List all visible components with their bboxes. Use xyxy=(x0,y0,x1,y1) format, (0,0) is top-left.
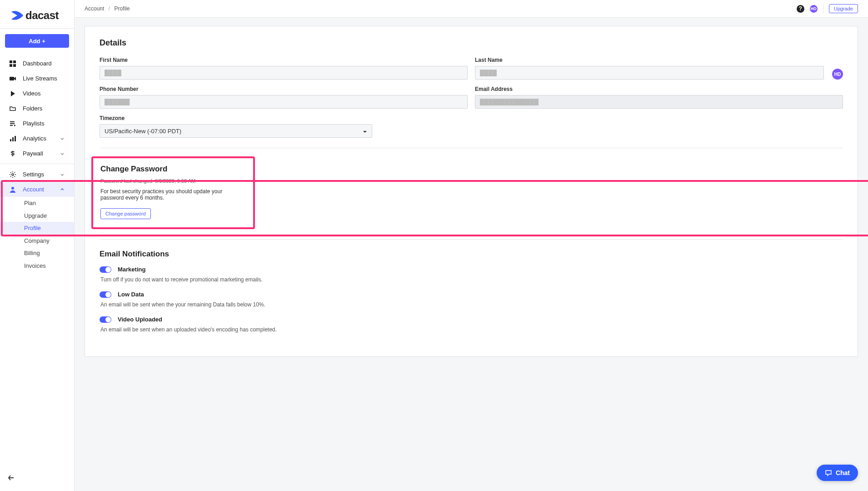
nav-separator xyxy=(0,164,74,164)
toggle-label: Low Data xyxy=(118,291,144,298)
sidebar-subitem-company[interactable]: Company xyxy=(0,235,74,247)
content: Details First Name Last Name HD xyxy=(75,18,868,491)
svg-rect-5 xyxy=(10,121,15,122)
sidebar-item-folders[interactable]: Folders xyxy=(0,101,74,116)
last-name-input[interactable] xyxy=(475,66,824,80)
password-hint: For best security practices you should u… xyxy=(100,188,246,201)
timezone-select[interactable]: US/Pacific-New (-07:00 PDT) xyxy=(100,124,372,138)
timezone-label: Timezone xyxy=(100,115,372,121)
password-last-changed: Password last changed: 8/6/2020, 9:50 AM xyxy=(100,178,246,184)
svg-rect-3 xyxy=(13,64,16,67)
avatar[interactable]: HD xyxy=(810,5,818,13)
toggle-label: Marketing xyxy=(118,266,145,273)
playlist-icon xyxy=(9,120,16,127)
logo[interactable]: dacast xyxy=(0,0,74,29)
sidebar-item-playlists[interactable]: Playlists xyxy=(0,116,74,131)
help-icon[interactable]: ? xyxy=(797,5,804,13)
logo-mark-icon xyxy=(11,10,24,21)
phone-input[interactable] xyxy=(100,95,468,109)
analytics-icon xyxy=(9,135,16,142)
sidebar: dacast Add + Dashboard Live Streams Vide… xyxy=(0,0,75,491)
sidebar-item-label: Settings xyxy=(23,171,44,178)
chat-icon xyxy=(825,469,832,476)
sidebar-item-settings[interactable]: Settings xyxy=(0,167,74,182)
change-password-button[interactable]: Change password xyxy=(100,208,151,219)
chevron-down-icon xyxy=(60,172,65,177)
toggle-low-data[interactable] xyxy=(100,291,111,298)
svg-point-11 xyxy=(12,174,14,175)
avatar[interactable]: HD xyxy=(832,69,843,80)
sidebar-subitem-invoices[interactable]: Invoices xyxy=(0,260,74,272)
last-name-label: Last Name xyxy=(475,57,824,63)
section-divider xyxy=(100,148,843,148)
svg-rect-1 xyxy=(13,60,16,63)
topbar-divider xyxy=(823,4,823,13)
chevron-up-icon xyxy=(60,187,65,192)
email-input xyxy=(475,95,843,109)
toggle-description: An email will be sent when the your rema… xyxy=(100,301,843,308)
dashboard-icon xyxy=(9,60,16,67)
gear-icon xyxy=(9,171,16,178)
sidebar-item-dashboard[interactable]: Dashboard xyxy=(0,56,74,71)
notifications-heading: Email Notifications xyxy=(100,250,843,259)
add-button[interactable]: Add + xyxy=(5,34,69,48)
phone-label: Phone Number xyxy=(100,86,468,92)
arrow-left-icon xyxy=(7,476,15,483)
toggle-label: Video Uploaded xyxy=(118,316,162,323)
breadcrumb: Account / Profile xyxy=(85,5,130,12)
svg-rect-2 xyxy=(10,64,12,67)
section-divider xyxy=(100,239,843,240)
sidebar-item-label: Analytics xyxy=(23,135,46,142)
breadcrumb-root[interactable]: Account xyxy=(85,5,104,12)
chevron-down-icon xyxy=(60,151,65,156)
svg-rect-4 xyxy=(10,77,14,80)
toggle-video-uploaded[interactable] xyxy=(100,316,111,323)
sidebar-item-paywall[interactable]: Paywall xyxy=(0,146,74,161)
upgrade-button[interactable]: Upgrade xyxy=(829,4,858,13)
first-name-input[interactable] xyxy=(100,66,468,80)
person-icon xyxy=(9,186,16,193)
change-password-heading: Change Password xyxy=(100,165,246,174)
svg-rect-0 xyxy=(10,60,12,63)
chevron-down-icon xyxy=(60,136,65,141)
toggle-marketing[interactable] xyxy=(100,266,111,273)
folder-icon xyxy=(9,105,16,112)
sidebar-item-label: Folders xyxy=(23,105,42,112)
email-label: Email Address xyxy=(475,86,843,92)
chat-button[interactable]: Chat xyxy=(817,465,858,481)
svg-rect-7 xyxy=(10,125,13,126)
logo-text: dacast xyxy=(25,9,59,22)
svg-rect-8 xyxy=(10,139,11,141)
sidebar-subitem-upgrade[interactable]: Upgrade xyxy=(0,210,74,222)
svg-rect-9 xyxy=(12,137,14,141)
sidebar-item-label: Dashboard xyxy=(23,60,52,67)
dollar-icon xyxy=(9,150,16,157)
sidebar-subitem-plan[interactable]: Plan xyxy=(0,197,74,210)
caret-down-icon xyxy=(363,129,367,133)
video-icon xyxy=(9,75,16,82)
chat-label: Chat xyxy=(836,469,850,476)
topbar: Account / Profile ? HD Upgrade xyxy=(75,0,868,18)
timezone-value: US/Pacific-New (-07:00 PDT) xyxy=(105,128,181,135)
first-name-label: First Name xyxy=(100,57,468,63)
svg-rect-6 xyxy=(10,123,15,124)
sidebar-item-label: Playlists xyxy=(23,120,45,127)
svg-rect-10 xyxy=(15,136,16,141)
toggle-description: Turn off if you do not want to receive p… xyxy=(100,276,843,283)
sidebar-item-live-streams[interactable]: Live Streams xyxy=(0,71,74,86)
breadcrumb-separator: / xyxy=(109,5,110,12)
main: Account / Profile ? HD Upgrade Details F… xyxy=(75,0,868,491)
breadcrumb-leaf: Profile xyxy=(114,5,130,12)
sidebar-item-label: Account xyxy=(23,186,44,193)
sidebar-item-account[interactable]: Account xyxy=(0,182,74,197)
sidebar-item-analytics[interactable]: Analytics xyxy=(0,131,74,146)
sidebar-item-videos[interactable]: Videos xyxy=(0,86,74,101)
sidebar-item-label: Live Streams xyxy=(23,75,57,82)
collapse-sidebar-button[interactable] xyxy=(0,466,74,491)
sidebar-subitem-profile[interactable]: Profile xyxy=(0,222,74,235)
sidebar-subitem-billing[interactable]: Billing xyxy=(0,247,74,260)
details-heading: Details xyxy=(100,38,843,48)
sidebar-item-label: Videos xyxy=(23,90,41,97)
change-password-section: Change Password Password last changed: 8… xyxy=(91,156,255,229)
sidebar-item-label: Paywall xyxy=(23,150,43,157)
